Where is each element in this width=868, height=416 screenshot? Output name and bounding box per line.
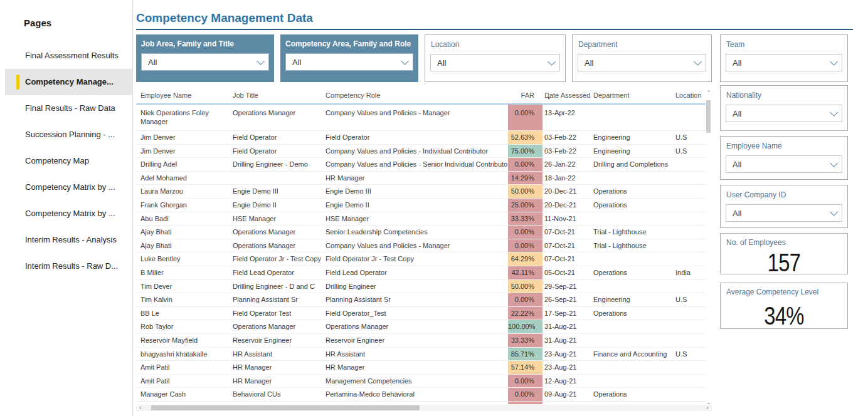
sidebar-page-item[interactable]: Final Results - Raw Data bbox=[5, 95, 132, 122]
cell-far: 25.00% bbox=[508, 199, 542, 212]
cell-name: Benjamin Damon bbox=[136, 402, 228, 404]
sort-descending-icon: ▼ bbox=[547, 96, 551, 100]
table-row[interactable]: Frank GhorganEngie Demo IIEngie Demo II2… bbox=[136, 199, 706, 212]
cell-far: 50.00% bbox=[508, 185, 542, 198]
table-row[interactable]: Abu BadiHSE ManagerHSE Manager33.33%11-N… bbox=[136, 212, 706, 226]
cell-job-title: Planning Assistant Sr bbox=[228, 293, 321, 306]
cell-location: Algeria bbox=[673, 402, 706, 404]
cell-department: Trial - Lighthouse bbox=[591, 239, 673, 252]
table-row[interactable]: bhagyashri khatakalleHR AssistantHR Assi… bbox=[136, 348, 706, 361]
scroll-right-icon[interactable]: › bbox=[704, 405, 711, 411]
table-row[interactable]: Ajay BhatiOperations ManagerSenior Leade… bbox=[136, 226, 706, 239]
cell-name: Ajay Bhati bbox=[136, 226, 228, 239]
sidebar-page-item[interactable]: Final Assessment Results bbox=[5, 43, 132, 69]
cell-job-title: Operations Manager bbox=[228, 105, 321, 130]
cell-location: U.S bbox=[673, 131, 706, 144]
table-row[interactable]: Luke BentleyField Operator Jr - Test Cop… bbox=[136, 252, 706, 266]
cell-department: Drilling and Completions bbox=[591, 158, 673, 171]
slicer-competency-area-dropdown[interactable]: All bbox=[285, 53, 413, 71]
horizontal-scrollbar-thumb[interactable] bbox=[151, 405, 420, 410]
horizontal-scrollbar[interactable]: ‹ › bbox=[136, 405, 712, 411]
column-header-far[interactable]: FAR bbox=[508, 88, 542, 103]
cell-job-title: Operations Manager bbox=[228, 226, 321, 239]
cell-name: Drilling Adel bbox=[136, 158, 228, 171]
column-header-competency-role[interactable]: Competency Role bbox=[321, 88, 508, 103]
cell-job-title: HR Manager bbox=[228, 361, 321, 374]
sidebar-page-item[interactable]: Succession Planning - ... bbox=[5, 122, 132, 148]
slicer-department-value: All bbox=[585, 58, 593, 68]
page-title: Competency Management Data bbox=[136, 11, 313, 25]
column-header-employee-name[interactable]: Employee Name bbox=[136, 88, 228, 103]
sidebar-page-item[interactable]: Competency Matrix by ... bbox=[5, 174, 132, 200]
cell-role: Operations Manager bbox=[321, 320, 508, 333]
table-row[interactable]: Amit PatilHR ManagerHR Manager57.14%23-A… bbox=[136, 361, 706, 375]
cell-location bbox=[673, 252, 706, 266]
cell-location bbox=[673, 280, 706, 293]
scroll-up-icon[interactable]: ⌃ bbox=[706, 90, 711, 95]
cell-role: Field Operator_Test bbox=[321, 307, 508, 320]
slicer-employee-name-label: Employee Name bbox=[721, 137, 847, 150]
table-row[interactable]: Reservoir MayfieldReservoir EngineerRese… bbox=[136, 334, 706, 348]
slicer-user-company-id-dropdown[interactable]: All bbox=[726, 204, 842, 222]
chevron-down-icon bbox=[830, 208, 838, 216]
kpi-avg-competency-label: Average Competency Level bbox=[721, 283, 847, 296]
slicer-user-company-id-label: User Company ID bbox=[721, 185, 847, 199]
table-row[interactable]: Niek Operations Foley ManagerOperations … bbox=[136, 105, 706, 131]
cell-far: 22.22% bbox=[508, 307, 542, 320]
slicer-team-dropdown[interactable]: All bbox=[726, 54, 842, 71]
cell-location bbox=[673, 388, 706, 401]
cell-department: Finance and Accounting bbox=[591, 348, 673, 361]
cell-role: Field Operator Jr - Test Copy bbox=[321, 252, 508, 266]
slicer-job-area-label: Job Area, Family and Title bbox=[136, 34, 274, 48]
table-row[interactable]: Rob TaylorOperations ManagerOperations M… bbox=[136, 320, 706, 334]
kpi-employee-count-card: No. of Employees 157 bbox=[720, 233, 848, 274]
table-row[interactable]: Drilling AdelDrilling Engineer - DemoCom… bbox=[136, 158, 706, 172]
sidebar-page-item[interactable]: Interim Results - Analysis bbox=[5, 227, 132, 253]
cell-role: HR Assistant bbox=[321, 348, 508, 361]
table-row[interactable]: Adel MohamedHR Manager14.29%18-Jan-22 bbox=[136, 172, 706, 185]
column-header-location[interactable]: Location bbox=[673, 88, 706, 103]
cell-department: Operations bbox=[591, 266, 673, 279]
vertical-scrollbar[interactable]: ⌃ ⌄ bbox=[706, 90, 712, 405]
column-header-job-title[interactable]: Job Title bbox=[228, 88, 321, 103]
cell-name: Niek Operations Foley Manager bbox=[136, 105, 228, 130]
slicer-employee-name-dropdown[interactable]: All bbox=[726, 155, 842, 173]
scroll-left-icon[interactable]: ‹ bbox=[137, 405, 144, 411]
table-row[interactable]: Tim DeverDrilling Engineer - D and CDril… bbox=[136, 280, 706, 294]
table-row[interactable]: Ajay BhatiOperations ManagerCompany Valu… bbox=[136, 239, 706, 253]
cell-department: Engineering bbox=[591, 293, 673, 306]
slicer-job-area-dropdown[interactable]: All bbox=[141, 53, 269, 71]
sidebar-page-item[interactable]: Competency Matrix by ... bbox=[5, 200, 132, 227]
sidebar-page-item[interactable]: Interim Results - Raw D... bbox=[5, 253, 132, 279]
slicer-location-dropdown[interactable]: All bbox=[430, 54, 560, 71]
table-row[interactable]: BB LeField Operator TestField Operator_T… bbox=[136, 307, 706, 321]
cell-job-title: Drilling Engineer - D and C bbox=[228, 280, 321, 293]
column-header-date-assessed[interactable]: Date Assessed bbox=[542, 88, 591, 103]
slicer-department-dropdown[interactable]: All bbox=[578, 54, 706, 71]
chevron-down-icon bbox=[548, 58, 556, 66]
sidebar-page-item[interactable]: Competency Map bbox=[5, 148, 132, 174]
table-row[interactable]: Tim KalvinPlanning Assistant SrPlanning … bbox=[136, 293, 706, 307]
column-header-department[interactable]: Department bbox=[591, 88, 673, 103]
slicer-nationality-dropdown[interactable]: All bbox=[726, 105, 842, 122]
table-row[interactable]: Manager CashBehavioral CUsPertamina-Medc… bbox=[136, 388, 706, 402]
slicer-user-company-id-value: All bbox=[733, 209, 741, 218]
table-row[interactable]: Jim DenverField OperatorCompany Values a… bbox=[136, 145, 706, 159]
slicer-user-company-id: User Company ID All bbox=[720, 185, 848, 228]
table-row[interactable]: B MillerField Lead OperatorField Lead Op… bbox=[136, 266, 706, 280]
slicer-nationality: Nationality All bbox=[720, 85, 848, 131]
vertical-scrollbar-thumb[interactable] bbox=[706, 100, 711, 133]
cell-date: 23-Aug-21 bbox=[542, 348, 591, 361]
table-header: Employee Name Job Title Competency Role … bbox=[136, 88, 706, 105]
cell-far: 42.11% bbox=[508, 266, 542, 279]
cell-role: HR Manager bbox=[321, 172, 508, 185]
sidebar-page-item[interactable]: Competency Manage... bbox=[5, 69, 132, 95]
slicer-location-label: Location bbox=[425, 35, 565, 49]
cell-department: Operations bbox=[591, 307, 673, 320]
table-row[interactable]: Amit PatilHR ManagerManagement Competenc… bbox=[136, 375, 706, 388]
slicer-team: Team All bbox=[720, 34, 848, 82]
table-row[interactable]: Benjamin DamonPlanning AssistantPlanning… bbox=[136, 402, 706, 404]
table-row[interactable]: Laura MarzouEngie Demo IIIEngie Demo III… bbox=[136, 185, 706, 199]
table-row[interactable]: Jim DenverField OperatorField Operator52… bbox=[136, 131, 706, 145]
cell-department bbox=[591, 105, 673, 130]
